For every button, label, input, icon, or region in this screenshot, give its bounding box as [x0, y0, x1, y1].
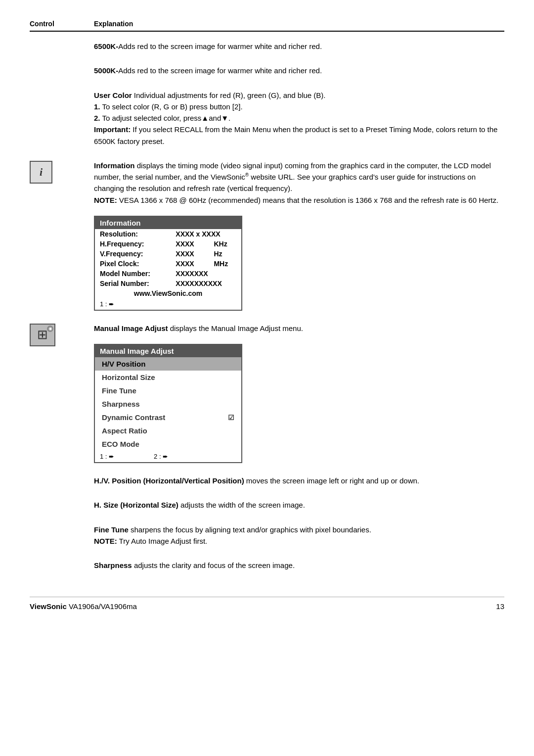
desc-sharpness: adjusts the clarity and focus of the scr… [134, 561, 295, 569]
explanation-column-header: Explanation [94, 20, 133, 28]
table-row: Serial Number: XXXXXXXXXX [95, 279, 241, 288]
table-row: Model Number: XXXXXXX [95, 269, 241, 279]
menu-item-hv-position-label: H/V Position [102, 360, 145, 368]
manual-box-title: Manual Image Adjust [95, 345, 241, 357]
text-para-sharpness: Sharpness adjusts the clarity and focus … [94, 560, 504, 577]
dynamic-contrast-checkbox[interactable]: ☑ [228, 414, 234, 422]
table-row: H.Frequency: XXXX KHz [95, 239, 241, 249]
desc-user-color-line4: Important: If you select RECALL from the… [94, 125, 497, 145]
desc-6500k: Adds red to the screen image for warmer … [118, 42, 322, 50]
desc-information: displays the timing mode (video signal i… [94, 161, 491, 193]
model-label: Model Number: [95, 269, 171, 279]
text-5000k: 5000K-Adds red to the screen image for w… [94, 65, 504, 82]
label-user-color: User Color [94, 91, 132, 99]
info-box-title: Information [95, 217, 241, 229]
icon-col-manual: ⊞ ◉ [30, 323, 94, 346]
hfreq-unit: KHz [209, 239, 241, 249]
page-footer: ViewSonic VA1906a/VA1906ma 13 [30, 597, 504, 611]
icon-col-para-hsize [30, 499, 94, 500]
text-6500k: 6500K-Adds red to the screen image for w… [94, 41, 504, 58]
resolution-value: XXXX x XXXX [171, 229, 241, 239]
table-row: www.ViewSonic.com [95, 288, 241, 298]
menu-item-fine-tune-label: Fine Tune [102, 386, 136, 395]
note-fine-tune: NOTE: Try Auto Image Adjust first. [94, 537, 207, 545]
menu-item-sharpness[interactable]: Sharpness [95, 397, 241, 411]
website-value: www.ViewSonic.com [95, 288, 241, 298]
footer-brand-model: ViewSonic VA1906a/VA1906ma [30, 602, 137, 611]
icon-col-user-color [30, 90, 94, 91]
control-column-header: Control [30, 20, 94, 28]
menu-item-horizontal-size[interactable]: Horizontal Size [95, 371, 241, 384]
section-6500k: 6500K-Adds red to the screen image for w… [30, 41, 504, 58]
icon-col-para-sharpness [30, 560, 94, 561]
label-fine-tune: Fine Tune [94, 525, 129, 534]
text-para-hsize: H. Size (Horizontal Size) adjusts the wi… [94, 499, 504, 517]
info-table: Resolution: XXXX x XXXX H.Frequency: XXX… [95, 229, 241, 298]
desc-fine-tune: sharpens the focus by aligning text and/… [131, 525, 371, 534]
para-sharpness: Sharpness adjusts the clarity and focus … [30, 560, 504, 577]
desc-user-color-line3: 2. To adjust selected color, press▲and▼. [94, 114, 230, 122]
text-para-hv: H./V. Position (Horizontal/Vertical Posi… [94, 475, 504, 492]
text-manual: Manual Image Adjust displays the Manual … [94, 323, 504, 468]
section-manual-image-adjust: ⊞ ◉ Manual Image Adjust displays the Man… [30, 323, 504, 468]
icon-col-information: i [30, 160, 94, 184]
menu-item-horizontal-size-label: Horizontal Size [102, 373, 155, 381]
menu-item-dynamic-contrast[interactable]: Dynamic Contrast ☑ [95, 411, 241, 424]
manual-nav-1: 1 : ➨ [100, 453, 114, 460]
serial-value: XXXXXXXXXX [171, 279, 241, 288]
section-information: i Information displays the timing mode (… [30, 160, 504, 316]
table-row: V.Frequency: XXXX Hz [95, 249, 241, 259]
menu-item-eco-mode-label: ECO Mode [102, 440, 139, 448]
vfreq-value: XXXX [171, 249, 209, 259]
section-user-color: User Color Individual adjustments for re… [30, 90, 504, 153]
menu-item-aspect-ratio-label: Aspect Ratio [102, 426, 147, 435]
camera-glyph: ⊞ [37, 327, 48, 342]
vfreq-label: V.Frequency: [95, 249, 171, 259]
nav-1-icon: 1 : ➨ [100, 300, 114, 308]
icon-col-6500k [30, 41, 94, 42]
desc-manual: displays the Manual Image Adjust menu. [170, 324, 303, 332]
menu-item-sharpness-label: Sharpness [102, 400, 140, 408]
text-information: Information displays the timing mode (vi… [94, 160, 504, 316]
model-value: XXXXXXX [171, 269, 241, 279]
table-row: Resolution: XXXX x XXXX [95, 229, 241, 239]
hfreq-label: H.Frequency: [95, 239, 171, 249]
manual-image-adjust-box: Manual Image Adjust H/V Position Horizon… [94, 344, 242, 463]
pixclock-unit: MHz [209, 259, 241, 269]
footer-model: VA1906a/VA1906ma [69, 602, 137, 611]
resolution-label: Resolution: [95, 229, 171, 239]
pixclock-label: Pixel Clock: [95, 259, 171, 269]
label-information: Information [94, 161, 135, 170]
text-para-finetune: Fine Tune sharpens the focus by aligning… [94, 524, 504, 553]
manual-nav-2: 2 : ➨ [154, 453, 168, 460]
menu-item-aspect-ratio[interactable]: Aspect Ratio [95, 424, 241, 437]
desc-h-size: adjusts the width of the screen image. [180, 501, 305, 509]
menu-item-fine-tune[interactable]: Fine Tune [95, 384, 241, 397]
para-h-size: H. Size (Horizontal Size) adjusts the wi… [30, 499, 504, 517]
note-information: NOTE: VESA 1366 x 768 @ 60Hz (recommende… [94, 196, 498, 204]
hfreq-value: XXXX [171, 239, 209, 249]
information-icon: i [30, 161, 52, 184]
section-5000k: 5000K-Adds red to the screen image for w… [30, 65, 504, 82]
menu-item-hv-position[interactable]: H/V Position [95, 357, 241, 371]
text-user-color: User Color Individual adjustments for re… [94, 90, 504, 153]
manual-nav: 1 : ➨ 2 : ➨ [95, 451, 241, 462]
table-header: Control Explanation [30, 20, 504, 32]
menu-item-eco-mode[interactable]: ECO Mode [95, 437, 241, 451]
label-manual: Manual Image Adjust [94, 324, 168, 332]
label-6500k: 6500K- [94, 42, 118, 50]
icon-col-5000k [30, 65, 94, 66]
menu-item-dynamic-contrast-label: Dynamic Contrast [102, 413, 165, 422]
footer-brand: ViewSonic [30, 602, 67, 611]
label-hv-position: H./V. Position (Horizontal/Vertical Posi… [94, 476, 244, 485]
desc-user-color-line2: 1. To select color (R, G or B) press but… [94, 102, 243, 111]
camera-lens-icon: ◉ [47, 326, 53, 332]
label-5000k: 5000K- [94, 66, 118, 75]
pixclock-value: XXXX [171, 259, 209, 269]
icon-col-para-finetune [30, 524, 94, 525]
footer-page-number: 13 [496, 602, 504, 611]
desc-5000k: Adds red to the screen image for warmer … [118, 66, 322, 75]
para-hv-position: H./V. Position (Horizontal/Vertical Posi… [30, 475, 504, 492]
info-nav: 1 : ➨ [95, 298, 241, 310]
icon-col-para-hv [30, 475, 94, 476]
